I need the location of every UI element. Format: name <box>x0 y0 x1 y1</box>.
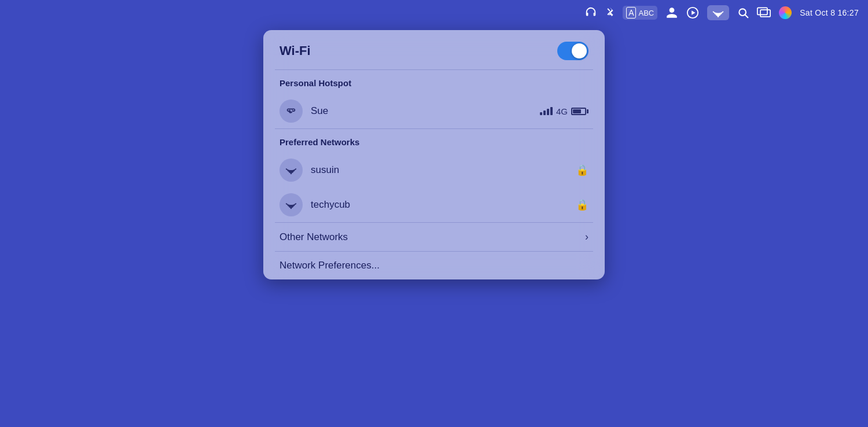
bluetooth-icon[interactable] <box>605 6 615 19</box>
svg-marker-1 <box>692 10 695 14</box>
svg-rect-5 <box>760 10 770 17</box>
svg-line-3 <box>745 15 748 18</box>
hotspot-sue-name: Sue <box>311 105 532 117</box>
network-preferences-label: Network Preferences... <box>279 260 380 271</box>
kbd-label: A ABC <box>626 7 654 19</box>
other-networks-label: Other Networks <box>279 231 348 243</box>
network-techycub-name: techycub <box>311 199 568 211</box>
signal-bars <box>540 107 553 115</box>
other-networks-item[interactable]: Other Networks › <box>263 223 605 251</box>
headphones-icon[interactable] <box>584 6 597 19</box>
network-preferences-item[interactable]: Network Preferences... <box>263 252 605 279</box>
network-susuin-name: susuin <box>311 164 568 176</box>
menubar: A ABC Sat Oct 8 <box>0 0 868 25</box>
keyboard-icon[interactable]: A ABC <box>623 6 657 20</box>
network-type-label: 4G <box>556 106 568 116</box>
display-icon[interactable] <box>757 7 771 19</box>
network-techycub-item[interactable]: techycub 🔒 <box>263 187 605 222</box>
svg-rect-4 <box>757 8 767 14</box>
preferred-networks-header: Preferred Networks <box>263 129 605 153</box>
wifi-menubar-icon[interactable] <box>707 5 729 20</box>
wifi-header: Wi-Fi <box>263 30 605 69</box>
hotspot-icon <box>279 100 303 123</box>
media-play-icon[interactable] <box>686 6 699 19</box>
personal-hotspot-header: Personal Hotspot <box>263 70 605 94</box>
lock-icon-techycub: 🔒 <box>576 198 589 211</box>
lock-icon-susuin: 🔒 <box>576 164 589 176</box>
wifi-toggle[interactable] <box>557 42 589 60</box>
network-susuin-item[interactable]: susuin 🔒 <box>263 153 605 187</box>
svg-point-6 <box>289 109 290 111</box>
wifi-network-icon <box>279 159 303 182</box>
siri-icon[interactable] <box>779 6 792 19</box>
wifi-title: Wi-Fi <box>279 43 311 58</box>
wifi-network-icon-2 <box>279 193 303 216</box>
hotspot-sue-item[interactable]: Sue 4G <box>263 94 605 128</box>
hotspot-sue-meta: 4G <box>540 106 589 116</box>
user-account-icon[interactable] <box>665 6 678 19</box>
battery-indicator <box>571 108 589 115</box>
search-icon[interactable] <box>737 7 749 19</box>
battery-body <box>571 108 586 115</box>
battery-fill <box>573 109 581 113</box>
menubar-time: Sat Oct 8 16:27 <box>800 8 859 17</box>
wifi-panel: Wi-Fi Personal Hotspot Sue 4G <box>263 30 605 279</box>
chevron-right-icon: › <box>585 231 589 243</box>
battery-tip <box>587 109 589 113</box>
svg-point-7 <box>292 109 293 111</box>
